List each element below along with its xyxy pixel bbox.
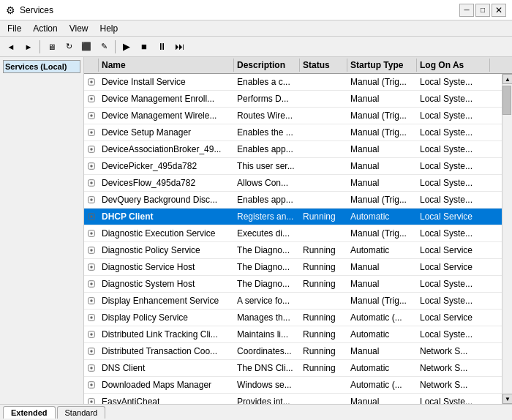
scroll-down-arrow[interactable]: ▼ — [502, 394, 512, 404]
table-row[interactable]: Device Management Wirele...Routes Wire..… — [84, 108, 502, 124]
service-logon: Network S... — [417, 360, 490, 376]
table-row[interactable]: Diagnostic Policy ServiceThe Diagno...Ru… — [84, 242, 502, 259]
service-name: DeviceAssociationBroker_49... — [99, 141, 234, 157]
service-description: The Diagno... — [234, 259, 300, 275]
title-bar: ⚙ Services ─ □ ✕ — [0, 0, 512, 20]
export-button[interactable]: ⬛ — [78, 39, 94, 55]
service-status — [300, 293, 347, 309]
stop-button[interactable]: ■ — [136, 39, 152, 55]
close-button[interactable]: ✕ — [492, 4, 506, 17]
service-description: The Diagno... — [234, 276, 300, 292]
scroll-up-arrow[interactable]: ▲ — [502, 74, 512, 84]
service-name: Diagnostic Execution Service — [99, 225, 234, 241]
col-startup[interactable]: Startup Type — [347, 59, 417, 72]
table-row[interactable]: Distributed Transaction Coo...Coordinate… — [84, 343, 502, 360]
minimize-button[interactable]: ─ — [459, 4, 474, 17]
service-description: Provides int... — [234, 394, 300, 404]
pause-button[interactable]: ⏸ — [154, 39, 170, 55]
svg-point-19 — [90, 232, 92, 234]
service-name: Downloaded Maps Manager — [99, 377, 234, 393]
service-logon: Local Service — [417, 209, 490, 225]
service-startup: Manual — [347, 259, 417, 275]
svg-point-3 — [90, 97, 92, 100]
service-icon — [84, 141, 99, 157]
table-row[interactable]: Diagnostic Execution ServiceExecutes di.… — [84, 225, 502, 242]
table-row[interactable]: Diagnostic Service HostThe Diagno...Runn… — [84, 259, 502, 276]
menu-action[interactable]: Action — [29, 22, 61, 35]
service-icon — [84, 343, 99, 359]
window-title: Services — [20, 5, 53, 15]
service-startup: Automatic — [347, 242, 417, 258]
service-name: Display Policy Service — [99, 310, 234, 326]
service-name: Diagnostic Service Host — [99, 259, 234, 275]
menu-view[interactable]: View — [65, 22, 93, 35]
scrollbar-thumb[interactable] — [502, 86, 511, 115]
service-status: Running — [300, 310, 347, 326]
table-row[interactable]: DNS ClientThe DNS Cli...RunningAutomatic… — [84, 360, 502, 377]
svg-point-29 — [90, 316, 92, 318]
show-hide-button[interactable]: 🖥 — [43, 39, 59, 55]
service-name: DevQuery Background Disc... — [99, 192, 234, 208]
service-logon: Local Syste... — [417, 192, 490, 208]
service-name: Device Management Enroll... — [99, 91, 234, 107]
service-startup: Manual (Trig... — [347, 225, 417, 241]
service-startup: Manual (Trig... — [347, 108, 417, 124]
svg-point-33 — [90, 350, 92, 352]
restart-button[interactable]: ⏭ — [171, 39, 187, 55]
col-logon[interactable]: Log On As — [417, 59, 490, 72]
service-icon — [84, 259, 99, 275]
tab-extended[interactable]: Extended — [3, 406, 56, 419]
col-name[interactable]: Name — [99, 59, 234, 72]
table-row[interactable]: Device Setup ManagerEnables the ...Manua… — [84, 124, 502, 141]
services-table[interactable]: Device Install ServiceEnables a c...Manu… — [84, 74, 502, 404]
main-layout: Services (Local) Name Description Status… — [0, 57, 512, 404]
table-row[interactable]: DeviceAssociationBroker_49...Enables app… — [84, 141, 502, 158]
service-icon — [84, 91, 99, 107]
service-name: EasyAntiCheat — [99, 394, 234, 404]
service-description: This user ser... — [234, 158, 300, 174]
maximize-button[interactable]: □ — [475, 4, 490, 17]
table-row[interactable]: Distributed Link Tracking Cli...Maintain… — [84, 326, 502, 343]
service-logon: Local Syste... — [417, 158, 490, 174]
properties-button[interactable]: ✎ — [96, 39, 112, 55]
service-description: The DNS Cli... — [234, 360, 300, 376]
back-button[interactable]: ◄ — [3, 39, 19, 55]
service-icon — [84, 310, 99, 326]
tab-standard[interactable]: Standard — [57, 406, 106, 419]
table-row[interactable]: Display Policy ServiceManages th...Runni… — [84, 310, 502, 326]
svg-point-27 — [90, 299, 92, 301]
table-row[interactable]: Device Management Enroll...Performs D...… — [84, 91, 502, 108]
table-row[interactable]: Device Install ServiceEnables a c...Manu… — [84, 74, 502, 91]
table-row[interactable]: DevQuery Background Disc...Enables app..… — [84, 192, 502, 209]
service-status — [300, 141, 347, 157]
table-row[interactable]: DevicesFlow_495da782Allows Con...ManualL… — [84, 175, 502, 192]
table-row[interactable]: DevicePicker_495da782This user ser...Man… — [84, 158, 502, 175]
table-row[interactable]: DHCP ClientRegisters an...RunningAutomat… — [84, 209, 502, 225]
table-row[interactable]: Downloaded Maps ManagerWindows se...Auto… — [84, 377, 502, 394]
service-icon — [84, 74, 99, 90]
refresh-button[interactable]: ↻ — [61, 39, 77, 55]
service-logon: Local Syste... — [417, 124, 490, 140]
col-description[interactable]: Description — [234, 59, 300, 72]
service-status: Running — [300, 343, 347, 359]
table-row[interactable]: Diagnostic System HostThe Diagno...Runni… — [84, 276, 502, 293]
menu-file[interactable]: File — [3, 22, 26, 35]
service-status — [300, 158, 347, 174]
table-row[interactable]: Display Enhancement ServiceA service fo.… — [84, 293, 502, 310]
start-button[interactable]: ▶ — [118, 39, 135, 55]
scrollbar[interactable]: ▲ ▼ — [502, 74, 512, 404]
col-status[interactable]: Status — [300, 59, 347, 72]
service-icon — [84, 360, 99, 376]
menu-help[interactable]: Help — [96, 22, 123, 35]
forward-button[interactable]: ► — [20, 39, 37, 55]
service-name: DevicesFlow_495da782 — [99, 175, 234, 191]
service-status — [300, 175, 347, 191]
service-status: Running — [300, 276, 347, 292]
service-logon: Local Syste... — [417, 225, 490, 241]
service-startup: Automatic — [347, 326, 417, 342]
status-bar: Extended Standard — [0, 404, 512, 420]
table-row[interactable]: EasyAntiCheatProvides int...ManualLocal … — [84, 394, 502, 404]
service-logon: Local Syste... — [417, 394, 490, 404]
svg-point-21 — [90, 249, 92, 251]
service-name: Diagnostic System Host — [99, 276, 234, 292]
